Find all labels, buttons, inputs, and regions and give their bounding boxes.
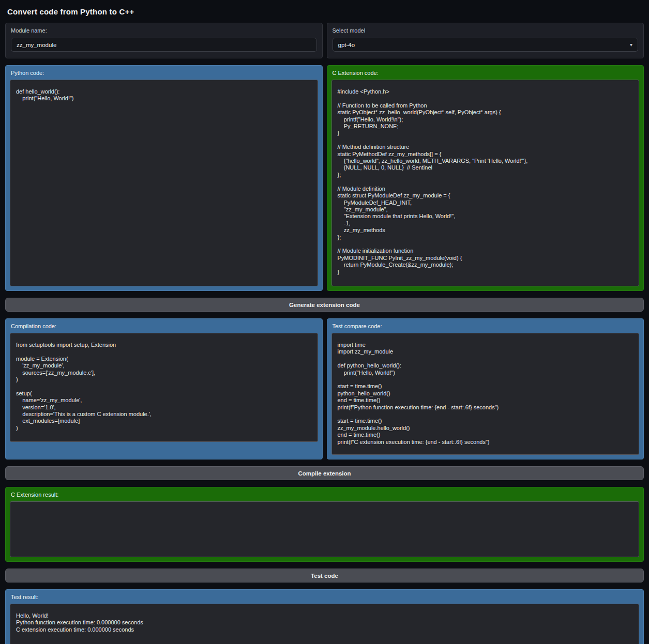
- compilation-code-label: Compilation code:: [11, 323, 317, 329]
- python-code-label: Python code:: [11, 70, 317, 76]
- generate-extension-code-button[interactable]: Generate extension code: [5, 298, 644, 312]
- test-compare-code-panel: Test compare code: import time import zz…: [327, 318, 644, 459]
- test-compare-code-editor[interactable]: import time import zz_my_module def pyth…: [331, 333, 640, 455]
- c-extension-code-editor[interactable]: #include <Python.h> // Function to be ca…: [331, 80, 640, 286]
- c-extension-result-output[interactable]: [10, 501, 639, 557]
- c-extension-code-panel: C Extension code: #include <Python.h> //…: [327, 65, 644, 291]
- compile-extension-button[interactable]: Compile extension: [5, 466, 644, 480]
- module-name-input[interactable]: [11, 38, 317, 52]
- model-select-group: Select model gpt-4o ▾: [327, 23, 644, 58]
- compile-test-row: Compilation code: from setuptools import…: [5, 318, 644, 459]
- python-code-editor[interactable]: def hello_world(): print("Hello, World!"…: [10, 80, 318, 286]
- test-result-output[interactable]: Hello, World! Python function execution …: [10, 604, 639, 644]
- c-extension-result-label: C Extension result:: [11, 492, 638, 498]
- module-name-group: Module name:: [5, 23, 323, 58]
- test-result-panel: Test result: Hello, World! Python functi…: [5, 589, 644, 644]
- test-compare-code-label: Test compare code:: [333, 323, 639, 329]
- model-select-value: gpt-4o: [338, 42, 355, 48]
- c-extension-result-panel: C Extension result:: [5, 487, 644, 562]
- python-code-panel: Python code: def hello_world(): print("H…: [5, 65, 323, 291]
- code-row: Python code: def hello_world(): print("H…: [5, 65, 644, 291]
- compilation-code-editor[interactable]: from setuptools import setup, Extension …: [10, 333, 318, 442]
- app-root: Convert code from Python to C++ Module n…: [0, 0, 649, 644]
- page-title: Convert code from Python to C++: [5, 5, 644, 16]
- test-result-label: Test result:: [11, 594, 638, 600]
- model-select-dropdown[interactable]: gpt-4o ▾: [333, 38, 639, 52]
- settings-row: Module name: Select model gpt-4o ▾: [5, 23, 644, 58]
- c-extension-code-label: C Extension code:: [333, 70, 639, 76]
- module-name-label: Module name:: [11, 27, 317, 34]
- test-code-button[interactable]: Test code: [5, 569, 644, 582]
- chevron-down-icon: ▾: [630, 42, 632, 48]
- model-select-label: Select model: [333, 27, 639, 34]
- compilation-code-panel: Compilation code: from setuptools import…: [5, 318, 323, 459]
